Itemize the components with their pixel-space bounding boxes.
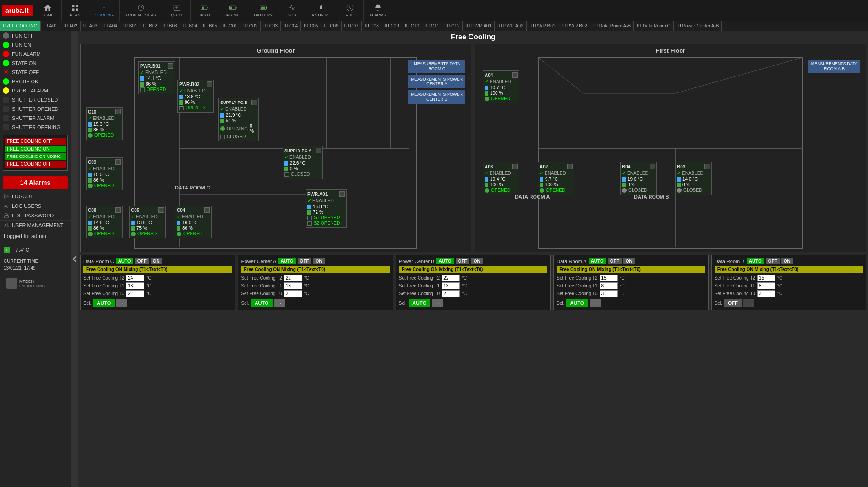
subnav-iu-b02[interactable]: IU.B02 <box>140 21 160 31</box>
nav-antifire[interactable]: ANTIFIRE <box>306 0 336 21</box>
subnav-iu-pwr-a02[interactable]: IU.PWR.A02 <box>495 21 527 31</box>
subnav-iu-c06[interactable]: IU.C06 <box>321 21 341 31</box>
pwrb01-icon[interactable] <box>168 63 173 69</box>
subnav-iu-c01[interactable]: IU.C01 <box>220 21 240 31</box>
nav-upsmec[interactable]: UPS MEC <box>218 0 248 21</box>
sidebar-log-users[interactable]: LOG USERS <box>0 201 71 211</box>
subnav-iu-b03[interactable]: IU.B03 <box>160 21 180 31</box>
nav-pue[interactable]: PUE <box>336 0 364 21</box>
ctrl-t1-input-pcb[interactable] <box>442 282 460 289</box>
subnav-iu-c08[interactable]: IU.C08 <box>362 21 382 31</box>
ctrl-t2-input-pcb[interactable] <box>442 275 460 281</box>
subnav-iu-c11[interactable]: IU.C11 <box>422 21 442 31</box>
subnav-iu-c07[interactable]: IU.C07 <box>342 21 362 31</box>
ctrl-t2-input-pca[interactable] <box>284 275 302 281</box>
ctrl-sel-auto-pcb[interactable]: AUTO <box>409 299 430 307</box>
sidebar-state-on[interactable]: STATE ON <box>0 59 71 68</box>
subnav-iu-c10[interactable]: IU.C10 <box>402 21 422 31</box>
supplyPCA-icon[interactable] <box>316 148 321 153</box>
ctrl-t0-input-drb[interactable] <box>757 290 775 297</box>
subnav-iu-pwr-b01[interactable]: IU.PWR.B01 <box>527 21 559 31</box>
ctrl-t1-input-dra[interactable] <box>600 282 618 289</box>
sidebar-collapse-button[interactable] <box>71 31 78 487</box>
ctrl-sel-auto-pca[interactable]: AUTO <box>251 299 273 307</box>
supplypcb-icon[interactable] <box>251 100 257 105</box>
subnav-iu-c09[interactable]: IU.C09 <box>382 21 402 31</box>
ctrl-auto-btn-data-room-c[interactable]: AUTO <box>116 258 133 264</box>
ctrl-auto-btn-pcb[interactable]: AUTO <box>436 258 453 264</box>
sidebar-shutter-closed[interactable]: SHUTTER CLOSED <box>0 95 71 104</box>
ctrl-off-btn-data-room-c[interactable]: OFF <box>135 258 149 264</box>
ctrl-off-btn-pcb[interactable]: OFF <box>456 258 469 264</box>
ctrl-arrow-btn-dra[interactable]: → <box>590 299 601 307</box>
ctrl-auto-btn-dra[interactable]: AUTO <box>589 258 606 264</box>
sidebar-user-management[interactable]: USER MANAGEMENT <box>0 221 71 230</box>
ctrl-t2-input-dc[interactable] <box>126 275 144 281</box>
sidebar-shutter-opening[interactable]: SHUTTER OPENING <box>0 123 71 132</box>
nav-sts[interactable]: STS <box>278 0 306 21</box>
b04-icon[interactable] <box>650 164 655 169</box>
nav-cooling[interactable]: COOLING <box>89 0 120 21</box>
ctrl-t0-input-pca[interactable] <box>284 290 302 297</box>
c05-icon[interactable] <box>158 207 164 213</box>
a02-icon[interactable] <box>567 164 573 169</box>
nav-alarms[interactable]: ALARMS <box>364 0 392 21</box>
subnav-iu-b04[interactable]: IU.B04 <box>180 21 201 31</box>
ctrl-arrow-btn-dc[interactable]: → <box>116 299 127 307</box>
ctrl-t0-input-dra[interactable] <box>600 290 618 297</box>
ctrl-on-btn-pcb[interactable]: ON <box>471 258 483 264</box>
subnav-iu-pwr-b02[interactable]: IU.PWR.B02 <box>558 21 590 31</box>
nav-qgbt[interactable]: QGBT <box>163 0 191 21</box>
subnav-iu-power-center-ab[interactable]: IU Power Center A-B <box>674 21 722 31</box>
ctrl-off-btn-dra[interactable]: OFF <box>608 258 622 264</box>
c08-icon[interactable] <box>115 207 121 213</box>
ctrl-sel-auto-dc[interactable]: AUTO <box>93 299 115 307</box>
ctrl-t2-input-dra[interactable] <box>600 275 618 281</box>
pwra01-icon[interactable] <box>339 191 345 197</box>
sidebar-edit-password[interactable]: EDIT PASSWORD <box>0 211 71 221</box>
sidebar-state-off[interactable]: ✕ STATE OFF <box>0 68 71 77</box>
nav-ambient[interactable]: AMBIENT MEAS. <box>120 0 163 21</box>
a03-icon[interactable] <box>512 164 518 169</box>
ctrl-on-btn-drb[interactable]: ON <box>781 258 793 264</box>
logo[interactable]: aruba.lt <box>2 5 33 16</box>
subnav-iu-a02[interactable]: IU.A02 <box>60 21 81 31</box>
subnav-iu-b01[interactable]: IU.B01 <box>120 21 141 31</box>
c04-icon[interactable] <box>204 207 210 213</box>
subnav-iu-c12[interactable]: IU.C12 <box>442 21 463 31</box>
subnav-iu-a03[interactable]: IU.A03 <box>81 21 101 31</box>
c10-icon[interactable] <box>115 109 121 114</box>
sidebar-fun-alarm[interactable]: FUN ALARM <box>0 49 71 59</box>
nav-home[interactable]: HOME <box>34 0 62 21</box>
ctrl-t1-input-dc[interactable] <box>126 282 144 289</box>
ctrl-sel-off-drb[interactable]: OFF <box>724 299 742 307</box>
ctrl-t0-input-pcb[interactable] <box>442 290 460 297</box>
pwrb02-icon[interactable] <box>207 81 212 87</box>
ctrl-arrow-btn-pcb[interactable]: → <box>432 299 443 307</box>
ctrl-sel-auto-dra[interactable]: AUTO <box>566 299 588 307</box>
sidebar-fun-off[interactable]: FUN OFF <box>0 31 71 40</box>
sidebar-probe-alarm[interactable]: PROBE ALARM <box>0 86 71 95</box>
ctrl-t1-input-drb[interactable] <box>757 282 775 289</box>
nav-plan[interactable]: PLAN <box>62 0 89 21</box>
b03-icon[interactable] <box>704 164 710 169</box>
ctrl-t0-input-dc[interactable] <box>126 290 144 297</box>
subnav-iu-a04[interactable]: IU.A04 <box>100 21 120 31</box>
ctrl-arrow-btn-pca[interactable]: → <box>274 299 285 307</box>
ctrl-on-btn-dra[interactable]: ON <box>623 258 635 264</box>
a04-icon[interactable] <box>512 72 518 78</box>
ctrl-t2-input-drb[interactable] <box>757 275 775 281</box>
c09-icon[interactable] <box>115 159 121 165</box>
meas-btn-data-room-ab[interactable]: MEASUREMENTS DATAROOM A-B <box>808 60 860 73</box>
ctrl-off-btn-drb[interactable]: OFF <box>766 258 780 264</box>
subnav-iu-data-room-ab[interactable]: IU Data Room A-B <box>590 21 634 31</box>
subnav-iu-c03[interactable]: IU.C03 <box>261 21 281 31</box>
subnav-free-cooling[interactable]: FREE COOLING <box>0 21 41 31</box>
subnav-iu-a01[interactable]: IU.A01 <box>41 21 61 31</box>
sidebar-logout[interactable]: LOGOUT <box>0 192 71 201</box>
ctrl-t1-input-pca[interactable] <box>284 282 302 289</box>
subnav-iu-b05[interactable]: IU.B05 <box>200 21 220 31</box>
ctrl-on-btn-data-room-c[interactable]: ON <box>151 258 162 264</box>
sidebar-fun-on[interactable]: FUN ON <box>0 40 71 49</box>
subnav-iu-c05[interactable]: IU.C05 <box>301 21 321 31</box>
